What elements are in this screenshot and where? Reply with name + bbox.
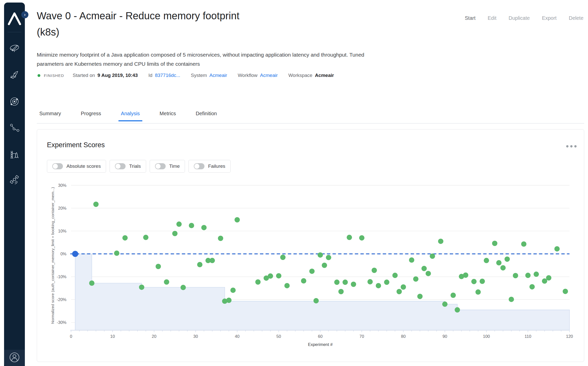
experiment-point[interactable]	[226, 298, 232, 303]
experiment-point[interactable]	[372, 268, 377, 273]
experiment-point[interactable]	[89, 280, 94, 286]
experiment-point[interactable]	[201, 225, 207, 230]
tab-definition[interactable]: Definition	[193, 111, 219, 121]
experiment-point[interactable]	[430, 254, 435, 259]
baseline-point[interactable]	[72, 251, 78, 257]
experiment-point[interactable]	[334, 279, 340, 285]
experiment-point[interactable]	[546, 275, 551, 280]
experiment-point[interactable]	[176, 222, 182, 227]
experiment-point[interactable]	[268, 273, 273, 279]
experiment-point[interactable]	[181, 285, 186, 290]
experiment-point[interactable]	[554, 246, 560, 252]
tab-progress[interactable]: Progress	[78, 111, 104, 121]
experiment-point[interactable]	[438, 239, 443, 244]
experiment-point[interactable]	[197, 262, 202, 267]
experiment-point[interactable]	[396, 289, 402, 294]
experiment-point[interactable]	[455, 307, 460, 312]
experiment-point[interactable]	[529, 284, 535, 289]
experiment-point[interactable]	[505, 256, 510, 262]
experiment-point[interactable]	[413, 276, 419, 282]
switch-off-icon	[115, 163, 126, 169]
experiment-point[interactable]	[521, 241, 526, 247]
tab-analysis[interactable]: Analysis	[118, 111, 142, 121]
experiment-point[interactable]	[492, 241, 497, 246]
experiment-point[interactable]	[342, 279, 348, 285]
experiment-point[interactable]	[309, 269, 315, 274]
experiment-point[interactable]	[351, 281, 356, 287]
graph-nodes-icon[interactable]	[4, 121, 25, 135]
launchpad-icon[interactable]	[4, 147, 25, 161]
orbit-icon[interactable]	[4, 94, 25, 109]
experiment-point[interactable]	[500, 265, 506, 271]
experiment-point[interactable]	[421, 266, 427, 271]
experiment-point[interactable]	[513, 273, 518, 278]
experiment-point[interactable]	[451, 293, 456, 298]
toggle-trials[interactable]: Trials	[110, 160, 146, 173]
experiment-point[interactable]	[314, 298, 319, 303]
experiment-point[interactable]	[426, 271, 431, 276]
experiment-point[interactable]	[280, 255, 286, 260]
experiment-point[interactable]	[401, 284, 406, 290]
experiment-point[interactable]	[189, 223, 194, 228]
experiment-point[interactable]	[409, 257, 414, 263]
experiment-point[interactable]	[155, 264, 161, 269]
experiment-point[interactable]	[509, 297, 514, 302]
card-menu-button[interactable]	[566, 145, 577, 147]
experiment-point[interactable]	[347, 235, 352, 240]
toggle-failures[interactable]: Failures	[188, 160, 231, 173]
experiment-point[interactable]	[301, 278, 306, 284]
experiment-point[interactable]	[471, 279, 477, 284]
experiment-point[interactable]	[114, 251, 119, 256]
export-button[interactable]: Export	[542, 15, 557, 21]
experiment-point[interactable]	[338, 289, 344, 294]
experiment-point[interactable]	[235, 217, 240, 223]
experiment-point[interactable]	[255, 279, 261, 285]
experiment-point[interactable]	[284, 283, 290, 288]
system-link[interactable]: Acmeair	[210, 73, 227, 78]
experiment-point[interactable]	[417, 294, 423, 299]
account-icon[interactable]	[4, 351, 25, 364]
toggle-time[interactable]: Time	[150, 160, 185, 173]
experiment-point[interactable]	[496, 260, 501, 265]
experiment-point[interactable]	[480, 279, 485, 284]
id-link[interactable]: 837716dc...	[155, 73, 180, 78]
experiment-point[interactable]	[525, 273, 531, 278]
start-button[interactable]: Start	[465, 15, 475, 21]
experiment-point[interactable]	[218, 236, 223, 241]
experiment-point[interactable]	[139, 285, 144, 290]
tab-summary[interactable]: Summary	[37, 111, 64, 121]
experiment-point[interactable]	[392, 273, 398, 278]
experiment-point[interactable]	[122, 235, 128, 241]
satellite-icon[interactable]	[4, 173, 25, 187]
expand-sidebar-button[interactable]: ›	[21, 11, 28, 18]
experiment-point[interactable]	[172, 231, 178, 236]
delete-button[interactable]: Delete	[569, 15, 583, 21]
experiment-point[interactable]	[93, 202, 99, 207]
experiment-point[interactable]	[368, 279, 373, 285]
experiment-point[interactable]	[359, 235, 365, 241]
experiment-point[interactable]	[563, 289, 568, 294]
experiment-point[interactable]	[534, 272, 539, 277]
toggle-absolute-scores[interactable]: Absolute scores	[47, 160, 106, 173]
spaceship-ring-icon[interactable]	[4, 41, 25, 55]
experiment-point[interactable]	[384, 279, 389, 285]
logo-caret-icon[interactable]	[4, 10, 25, 27]
workflow-link[interactable]: Acmeair	[260, 73, 278, 78]
experiment-point[interactable]	[326, 255, 331, 260]
experiment-point[interactable]	[376, 283, 381, 288]
experiment-point[interactable]	[230, 288, 236, 293]
rocket-icon[interactable]	[4, 68, 25, 82]
experiment-point[interactable]	[442, 302, 447, 307]
experiment-point[interactable]	[463, 272, 468, 278]
experiment-point[interactable]	[210, 258, 215, 263]
experiment-point[interactable]	[322, 263, 327, 268]
tab-metrics[interactable]: Metrics	[157, 111, 178, 121]
duplicate-button[interactable]: Duplicate	[509, 15, 530, 21]
experiment-point[interactable]	[484, 258, 489, 263]
experiment-point[interactable]	[475, 289, 481, 295]
edit-button[interactable]: Edit	[488, 15, 496, 21]
experiment-point[interactable]	[143, 235, 148, 240]
experiment-point[interactable]	[164, 279, 169, 285]
experiment-point[interactable]	[276, 273, 281, 278]
experiment-point[interactable]	[318, 252, 323, 258]
